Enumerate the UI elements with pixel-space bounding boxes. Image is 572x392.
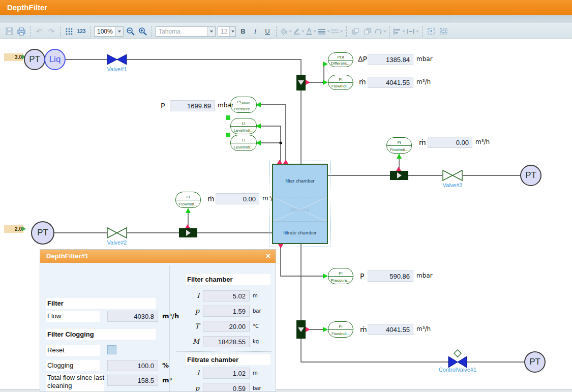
- font-size-dropdown-icon[interactable]: [229, 27, 235, 36]
- readout-dp-value[interactable]: 1385.84: [368, 54, 413, 65]
- grid-toggle-button[interactable]: [64, 25, 75, 38]
- readout-ptop-value[interactable]: 1699.69: [170, 100, 215, 111]
- pt-node-top-left[interactable]: PT: [24, 49, 45, 70]
- undo-button[interactable]: ↶: [34, 25, 45, 38]
- sensor-flow-direction-icon: [298, 327, 304, 332]
- fc-m-field[interactable]: 18428.55: [203, 336, 250, 347]
- line-style-button[interactable]: [331, 25, 343, 38]
- bring-to-front-icon: [351, 27, 359, 35]
- reset-checkbox[interactable]: [107, 345, 116, 354]
- redo-button[interactable]: ↷: [46, 25, 57, 38]
- zoom-in-icon: [138, 27, 147, 36]
- control-valve-1[interactable]: [447, 349, 468, 368]
- font-family-dropdown-icon[interactable]: [207, 27, 215, 36]
- line-color-button[interactable]: [293, 25, 305, 38]
- close-icon[interactable]: ×: [266, 250, 270, 263]
- send-to-back-button[interactable]: [362, 25, 373, 38]
- line-width-button[interactable]: [318, 25, 330, 38]
- total-flow-label: Total flow since last cleaning: [46, 374, 104, 392]
- depth-filter-block[interactable]: filter chamber filter bed filtrate chamb…: [272, 164, 328, 244]
- font-color-icon: A: [306, 27, 313, 35]
- bring-to-front-button[interactable]: [350, 25, 361, 38]
- fit-selection-button[interactable]: [426, 25, 437, 38]
- pt-node-right[interactable]: PT: [520, 165, 541, 186]
- readout-mtop-value[interactable]: 4041.55: [368, 77, 413, 88]
- zoom-level-dropdown-icon[interactable]: [115, 27, 123, 36]
- toolbar-separator: [60, 26, 61, 37]
- grid-icon: [65, 27, 73, 36]
- line-width-icon: [318, 28, 326, 35]
- flow-field[interactable]: 4030.8: [107, 311, 158, 322]
- selection-handle[interactable]: [226, 115, 230, 120]
- fc-m-unit: kg: [253, 339, 259, 344]
- align-icon: [393, 28, 401, 35]
- indicator-fi-bottom[interactable]: FI FlowIndi...: [328, 321, 353, 338]
- ftc-l-unit: m: [253, 370, 258, 376]
- zoom-level-combobox[interactable]: 100%: [94, 26, 124, 37]
- fill-color-button[interactable]: [280, 25, 292, 38]
- italic-button[interactable]: I: [250, 25, 261, 38]
- zoom-out-button[interactable]: [125, 25, 136, 38]
- readout-pfiltrate-value[interactable]: 590.86: [368, 270, 413, 282]
- readout-mright-value[interactable]: 0.00: [428, 137, 472, 148]
- inlet-port-icon: [277, 160, 282, 164]
- signal-arrow-icon: [323, 62, 328, 67]
- underline-button[interactable]: U: [262, 25, 273, 38]
- pt-node-bottom-right[interactable]: PT: [524, 351, 546, 373]
- font-color-button[interactable]: A: [306, 25, 317, 38]
- ftc-p-field[interactable]: 0.59: [203, 383, 250, 392]
- clogging-field[interactable]: 100.0: [107, 360, 158, 371]
- flow-sensor-top[interactable]: [296, 75, 306, 91]
- font-family-combobox[interactable]: Tahoma: [156, 26, 216, 37]
- indicator-fi-right[interactable]: FI FlowIndi...: [386, 137, 412, 154]
- numbers-toggle-button[interactable]: 123: [76, 25, 87, 38]
- dialog-titlebar[interactable]: DepthFilter#1 ×: [40, 250, 276, 263]
- ftc-l-field[interactable]: 1.02: [203, 368, 250, 379]
- readout-pfiltrate-unit: mbar: [416, 272, 433, 279]
- indicator-fi-top[interactable]: FI FlowIndi...: [328, 75, 353, 90]
- pencil-icon: [293, 27, 300, 35]
- fc-p-field[interactable]: 1.59: [203, 306, 250, 317]
- flowsheet-canvas[interactable]: 3.0 2.0 PT Liq PT PT PT Valve#1 Valve#2 …: [0, 39, 572, 392]
- pt-node-bottom-left[interactable]: PT: [31, 221, 54, 245]
- fit-page-button[interactable]: [438, 25, 449, 38]
- readout-mleft-value[interactable]: 0.00: [216, 193, 259, 204]
- indicator-li-1[interactable]: LI LevelIndi...: [230, 118, 257, 134]
- indicator-pdi[interactable]: PDI Differenc...: [328, 52, 353, 67]
- distribute-button[interactable]: [406, 25, 419, 38]
- filter-clogging-heading: Filter Clogging: [46, 329, 156, 340]
- depthfilter-parameter-dialog[interactable]: DepthFilter#1 × Filter Flow 4030.8 m³/h …: [40, 249, 276, 392]
- indicator-pi-gauge[interactable]: PIgauge Pressure...: [230, 97, 257, 113]
- print-button[interactable]: [16, 25, 27, 38]
- fc-t-field[interactable]: 20.00: [203, 321, 250, 332]
- sensor-tap-icon: [396, 167, 401, 171]
- readout-mbottom-value[interactable]: 4041.55: [368, 324, 413, 335]
- source-marker-top[interactable]: 3.0: [4, 53, 23, 61]
- sensor-flow-direction-icon: [186, 230, 191, 236]
- bold-button[interactable]: B: [237, 25, 249, 38]
- selection-handle[interactable]: [226, 133, 230, 137]
- zoom-in-button[interactable]: [137, 25, 148, 38]
- sensor-flow-direction-icon: [397, 172, 402, 178]
- save-button[interactable]: [4, 25, 15, 38]
- valve-2[interactable]: [107, 227, 127, 238]
- indicator-pi-filtrate[interactable]: PI Pressure...: [328, 268, 353, 284]
- rotate-button[interactable]: [374, 25, 386, 38]
- fc-l-field[interactable]: 5.02: [203, 290, 250, 301]
- indicator-fi-left[interactable]: FI FlowIndi...: [175, 192, 201, 208]
- total-flow-field[interactable]: 158.5: [107, 375, 158, 386]
- source-marker-bottom[interactable]: 2.0: [4, 225, 23, 233]
- font-size-combobox[interactable]: 12: [218, 26, 236, 37]
- liquid-node[interactable]: Liq: [44, 49, 66, 70]
- flow-sensor-left[interactable]: [179, 228, 197, 237]
- valve-3[interactable]: [442, 170, 463, 181]
- sensor-tap-icon: [306, 327, 310, 332]
- flow-sensor-right[interactable]: [390, 171, 408, 180]
- signal-arrow-icon: [256, 124, 261, 129]
- flow-sensor-bottom[interactable]: [296, 320, 306, 339]
- sensor-tap-icon: [185, 224, 190, 228]
- valve-1[interactable]: [107, 54, 127, 65]
- indicator-li-2[interactable]: LI LevelIndi...: [230, 135, 257, 151]
- align-button[interactable]: [393, 25, 405, 38]
- signal-arrow-icon: [397, 154, 402, 159]
